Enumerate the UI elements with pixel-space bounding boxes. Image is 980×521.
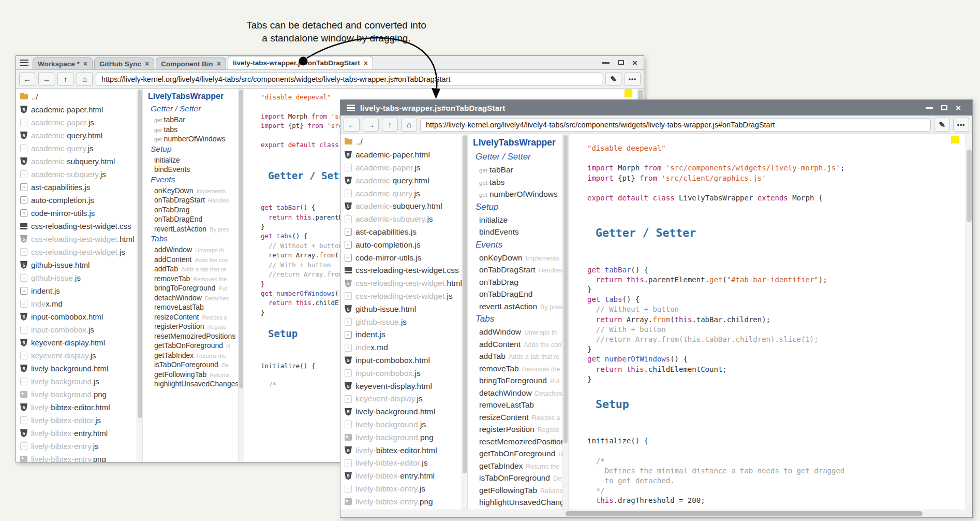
file-item[interactable]: code-mirror-utils.js	[340, 251, 462, 264]
more-button[interactable]: •••	[953, 118, 969, 132]
member-item[interactable]: highlightUnsavedChanges	[148, 380, 238, 389]
file-item[interactable]: github-issue.html	[340, 302, 462, 315]
member-section[interactable]: Setup	[148, 144, 238, 156]
file-item[interactable]: input-combobox.js	[16, 323, 137, 336]
member-item[interactable]: bindEvents	[148, 165, 238, 175]
file-item[interactable]: lively-background.js	[16, 375, 137, 388]
member-item[interactable]: addContentAdds the con	[148, 255, 238, 265]
member-item[interactable]: initialize	[473, 215, 562, 228]
file-item[interactable]: lively-bibtex-entry.html	[16, 427, 137, 440]
up-button[interactable]: ↑	[57, 72, 73, 86]
file-item[interactable]: keyevent-display.js	[16, 349, 137, 362]
tab-active[interactable]: lively-tabs-wrapper.js#onTabDragStart×	[228, 56, 373, 69]
file-item[interactable]: css-reloading-test-widget.html	[16, 233, 137, 245]
member-item[interactable]: onKeyDownImplements	[473, 253, 562, 266]
member-item[interactable]: isTabOnForegroundDe	[148, 360, 238, 370]
member-item[interactable]: removeTabRemoves the	[473, 364, 562, 377]
member-item[interactable]: resetMemoziredPositions	[473, 437, 562, 450]
file-item[interactable]: lively-bibtex-editor.html	[340, 444, 462, 457]
member-item[interactable]: getTabIndexReturns the	[148, 351, 238, 361]
back-button[interactable]: ←	[344, 118, 360, 132]
member-item[interactable]: resizeContentResizes a	[148, 313, 238, 323]
file-item[interactable]: lively-bibtex-entry.js	[16, 440, 137, 453]
member-item[interactable]: onTabDragEnd	[148, 215, 238, 225]
menu-icon[interactable]	[347, 105, 355, 111]
edit-button[interactable]: ✎	[934, 118, 950, 132]
member-item[interactable]: getnumberOfWindows	[473, 190, 562, 202]
code-editor[interactable]: "disable deepeval" import Morph from 'sr…	[569, 134, 972, 510]
file-item[interactable]: css-reloading-test-widget.html	[340, 277, 462, 290]
file-item[interactable]: css-reloading-test-widget.css	[340, 264, 462, 277]
member-item[interactable]: getTabOnForegroundR	[148, 341, 238, 351]
member-item[interactable]: revertLastActionBy pres	[473, 302, 562, 314]
file-item[interactable]: lively-bibtex-editor.js	[16, 414, 137, 427]
member-item[interactable]: gettabs	[148, 125, 238, 135]
file-item[interactable]: lively-bibtex-entry.html	[340, 470, 462, 483]
file-item[interactable]: lively-background.js	[340, 418, 462, 431]
file-item[interactable]: input-combobox.html	[16, 310, 137, 323]
member-item[interactable]: isTabOnForegroundDe	[473, 473, 562, 486]
member-item[interactable]: bringToForegroundPut	[148, 284, 238, 294]
member-item[interactable]: getFollowingTabReturns	[148, 370, 238, 380]
file-item[interactable]: auto-completion.js	[16, 194, 137, 207]
file-item[interactable]: ast-capabilities.js	[340, 226, 462, 239]
member-item[interactable]: resetMemoziredPositions	[148, 332, 238, 342]
file-item[interactable]: lively-background.png	[16, 388, 137, 401]
class-name[interactable]: LivelyTabsWrapper	[473, 137, 562, 152]
file-item[interactable]: academic-subquery.html	[16, 155, 137, 168]
file-item[interactable]: github-issue.html	[16, 258, 137, 271]
file-item[interactable]: academic-query.js	[16, 142, 137, 155]
member-item[interactable]: highlightUnsavedChanges	[473, 498, 562, 510]
code-scrollbar[interactable]	[966, 134, 972, 510]
member-section[interactable]: Events	[473, 240, 562, 253]
file-item[interactable]: academic-paper.js	[340, 162, 462, 175]
member-list-scrollbar[interactable]	[238, 89, 244, 462]
minimize-button[interactable]	[926, 107, 933, 109]
file-item[interactable]: academic-subquery.js	[16, 168, 137, 181]
member-item[interactable]: initialize	[148, 156, 238, 166]
tab-close-icon[interactable]: ×	[83, 60, 87, 67]
close-button[interactable]: ×	[632, 59, 637, 67]
file-item[interactable]: github-issue.js	[340, 315, 462, 328]
file-item[interactable]: css-reloading-test-widget.css	[16, 220, 137, 233]
file-item[interactable]: indent.js	[16, 284, 137, 297]
file-item[interactable]: lively-background.png	[340, 431, 462, 444]
file-item[interactable]: auto-completion.js	[340, 238, 462, 251]
home-button[interactable]: ⌂	[77, 72, 93, 86]
maximize-button[interactable]	[941, 105, 947, 110]
tab-close-icon[interactable]: ×	[364, 60, 368, 67]
file-item[interactable]: index.md	[340, 341, 462, 354]
member-item[interactable]: gettabBar	[473, 165, 562, 178]
minimize-button[interactable]	[602, 62, 610, 64]
file-item[interactable]: index.md	[16, 297, 137, 310]
member-section[interactable]: Getter / Setter	[148, 104, 238, 115]
url-input[interactable]	[96, 73, 602, 86]
file-item[interactable]: ../	[340, 136, 462, 149]
file-item[interactable]: css-reloading-test-widget.js	[16, 245, 137, 258]
file-item[interactable]: lively-background.html	[340, 406, 462, 418]
file-item[interactable]: academic-query.js	[340, 187, 462, 200]
member-item[interactable]: gettabBar	[148, 115, 238, 125]
member-section[interactable]: Events	[148, 175, 238, 186]
class-name[interactable]: LivelyTabsWrapper	[148, 92, 238, 104]
tab-close-icon[interactable]: ×	[145, 60, 149, 67]
member-item[interactable]: onTabDrag	[473, 278, 562, 290]
member-item[interactable]: addWindowUnwraps th	[473, 327, 562, 340]
home-button[interactable]: ⌂	[401, 118, 417, 132]
member-item[interactable]: resizeContentResizes a	[473, 413, 562, 425]
member-item[interactable]: onTabDragEnd	[473, 290, 562, 302]
file-item[interactable]: keyevent-display.html	[16, 336, 137, 349]
member-section[interactable]: Tabs	[148, 234, 238, 245]
up-button[interactable]: ↑	[382, 118, 398, 132]
forward-button[interactable]: →	[363, 118, 379, 132]
close-button[interactable]: ×	[956, 104, 961, 112]
file-item[interactable]: input-combobox.js	[340, 367, 462, 380]
member-section[interactable]: Getter / Setter	[473, 152, 562, 165]
file-item[interactable]: academic-subquery.js	[340, 213, 462, 226]
forward-button[interactable]: →	[38, 72, 54, 86]
member-item[interactable]: addTabAdds a tab that re	[148, 265, 238, 274]
member-item[interactable]: removeLastTab	[473, 400, 562, 413]
file-item[interactable]: academic-query.html	[16, 129, 137, 142]
more-button[interactable]: •••	[625, 72, 641, 86]
member-item[interactable]: getFollowingTabReturns	[473, 486, 562, 498]
